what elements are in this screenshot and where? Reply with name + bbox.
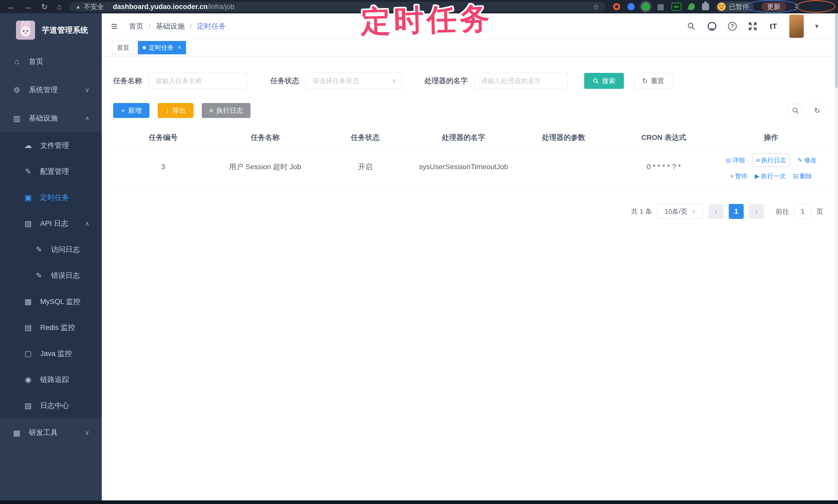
toolbox-icon: ▩ [12, 428, 21, 437]
search-form: 任务名称 任务状态 ∨ 处理器的名字 搜索 ↻ 重置 [113, 73, 828, 89]
toggle-search-icon-button[interactable] [788, 103, 803, 118]
search-button[interactable]: 搜索 [584, 73, 624, 89]
help-icon[interactable]: ? [728, 22, 737, 31]
trash-icon: ⊟ [793, 173, 798, 180]
sidebar-item-infrastructure[interactable]: ▥ 基础设施 ∧ [0, 104, 102, 132]
sidebar-item-system-mgmt[interactable]: ⚙ 系统管理 ∨ [0, 76, 102, 104]
edit-link[interactable]: ✎ 修改 [797, 156, 816, 164]
add-button[interactable]: + 新增 [113, 103, 150, 118]
sidebar-item-dev-tools[interactable]: ▩ 研发工具 ∨ [0, 418, 102, 447]
row-execution-log-label: 执行日志 [761, 156, 786, 164]
search-icon[interactable] [687, 22, 696, 31]
sidebar-item-redis-monitor[interactable]: ▤ Redis 监控 [0, 314, 102, 340]
add-button-label: 新增 [128, 106, 141, 115]
app-title: 芋道管理系统 [42, 25, 88, 36]
handler-name-input[interactable] [474, 73, 568, 89]
search-button-label: 搜索 [602, 76, 615, 86]
goto-page-input[interactable] [794, 204, 811, 219]
sidebar-item-label: Java 监控 [40, 349, 72, 359]
cell-handler-param [513, 164, 614, 169]
delete-link[interactable]: ⊟ 删除 [793, 172, 812, 180]
breadcrumb-home[interactable]: 首页 [129, 21, 143, 31]
sidebar-item-mysql-monitor[interactable]: ▦ MySQL 监控 [0, 288, 102, 314]
scrollbar-thumb[interactable] [835, 13, 838, 88]
back-icon[interactable]: ← [7, 2, 15, 11]
browser-update-button[interactable]: 更新 [762, 2, 786, 11]
prev-page-button[interactable]: ‹ [709, 204, 723, 219]
extension-orange-icon[interactable] [613, 3, 620, 10]
extension-green-icon[interactable] [642, 3, 650, 11]
extension-grid-icon[interactable]: ▦ [657, 3, 664, 11]
run-once-link[interactable]: ▶ 执行一次 [755, 172, 786, 180]
page-scrollbar[interactable] [835, 13, 838, 500]
breadcrumb-infrastructure[interactable]: 基础设施 [156, 21, 185, 31]
sidebar-item-config-mgmt[interactable]: ✎ 配置管理 [0, 158, 102, 184]
tab-home[interactable]: 首页 [112, 41, 134, 54]
reload-icon[interactable]: ↻ [41, 2, 48, 11]
reset-button[interactable]: ↻ 重置 [634, 73, 672, 89]
pause-link[interactable]: × 暂停 [730, 172, 748, 180]
edit-square-icon: ✎ [24, 167, 33, 176]
browser-profile-chip[interactable]: 已暂停 [716, 2, 754, 12]
page-size-select[interactable]: 10条/页 ∨ [657, 204, 703, 219]
extension-blue-icon[interactable] [627, 3, 635, 10]
sidebar-item-label: 配置管理 [40, 167, 69, 176]
plus-icon: + [121, 107, 125, 114]
sidebar-item-label: 日志中心 [40, 401, 69, 411]
sidebar-item-file-mgmt[interactable]: ☁ 文件管理 [0, 132, 102, 158]
security-warning-icon: ▲ [75, 4, 81, 10]
font-size-icon[interactable]: tT [769, 22, 778, 31]
page-content: 任务名称 任务状态 ∨ 处理器的名字 搜索 ↻ 重置 + [102, 56, 835, 219]
profile-status-label: 已暂停 [729, 2, 749, 11]
user-avatar[interactable] [789, 15, 804, 38]
download-icon: ↓ [166, 107, 169, 114]
close-icon[interactable]: × [178, 44, 181, 51]
job-status-select[interactable]: ∨ [306, 73, 402, 89]
next-page-button[interactable]: › [749, 204, 764, 219]
security-label[interactable]: 不安全 [84, 2, 104, 11]
col-job-name: 任务名称 [213, 130, 317, 145]
sidebar-item-scheduled-jobs[interactable]: ▣ 定时任务 [0, 184, 102, 211]
page-size-value: 10条/页 [665, 207, 687, 216]
sidebar-item-java-monitor[interactable]: ▢ Java 监控 [0, 340, 102, 366]
col-job-status: 任务状态 [317, 130, 414, 145]
tab-scheduled-jobs[interactable]: 定时任务 × [138, 41, 186, 54]
sidebar-item-trace[interactable]: ◉ 链路追踪 [0, 366, 102, 393]
sidebar-item-api-log[interactable]: ▨ API 日志 ∧ [0, 211, 102, 236]
sidebar-item-home[interactable]: ⌂ 首页 [0, 48, 102, 76]
browser-home-icon[interactable]: ⌂ [57, 2, 62, 11]
sidebar-item-label: 基础设施 [29, 113, 58, 123]
extension-leaf-icon[interactable] [687, 2, 696, 11]
bookmark-star-icon[interactable]: ☆ [593, 3, 599, 11]
extension-on-badge-icon[interactable]: on [671, 3, 681, 11]
job-name-input[interactable] [149, 73, 247, 89]
row-execution-log-link[interactable]: ≡ 执行日志 [752, 154, 790, 167]
access-log-icon: ✎ [35, 245, 43, 254]
browser-menu-kebab-icon[interactable]: ⋮ [792, 2, 800, 11]
detail-link[interactable]: ◎ 详细 [726, 156, 745, 164]
reset-icon: ↻ [642, 77, 648, 85]
caret-down-icon[interactable]: ▾ [815, 22, 818, 30]
app-logo-row[interactable]: 芋道管理系统 [0, 13, 102, 48]
sidebar-collapse-icon[interactable]: ≡ [111, 20, 118, 33]
table-header-row: 任务编号 任务名称 任务状态 处理器的名字 处理器的参数 CRON 表达式 操作 [113, 130, 828, 145]
pencil-icon: ✎ [797, 157, 802, 164]
address-bar[interactable]: ▲ 不安全 dashboard.yudao.iocoder.cn /infra/… [69, 2, 605, 12]
page-number-1[interactable]: 1 [729, 204, 744, 219]
forward-icon[interactable]: → [24, 2, 32, 11]
infrastructure-icon: ▥ [12, 114, 21, 123]
job-status-select-input[interactable] [306, 73, 402, 89]
sidebar-item-access-log[interactable]: ✎ 访问日志 [0, 236, 102, 263]
sidebar-item-error-log[interactable]: ✎ 错误日志 [0, 263, 102, 288]
refresh-icon-button[interactable]: ↻ [810, 103, 825, 118]
extensions-puzzle-icon[interactable] [702, 3, 709, 10]
github-icon[interactable] [708, 22, 717, 31]
trace-eye-icon: ◉ [24, 375, 33, 384]
sidebar-item-log-center[interactable]: ▧ 日志中心 [0, 393, 102, 418]
export-button[interactable]: ↓ 导出 [158, 103, 193, 118]
execution-log-button[interactable]: ≡ 执行日志 [202, 103, 250, 118]
cell-job-status: 开启 [317, 159, 414, 174]
detail-label: 详细 [732, 156, 745, 164]
ops-line-2: × 暂停 ▶ 执行一次 ⊟ 删除 [730, 172, 812, 180]
fullscreen-icon[interactable] [748, 22, 757, 31]
